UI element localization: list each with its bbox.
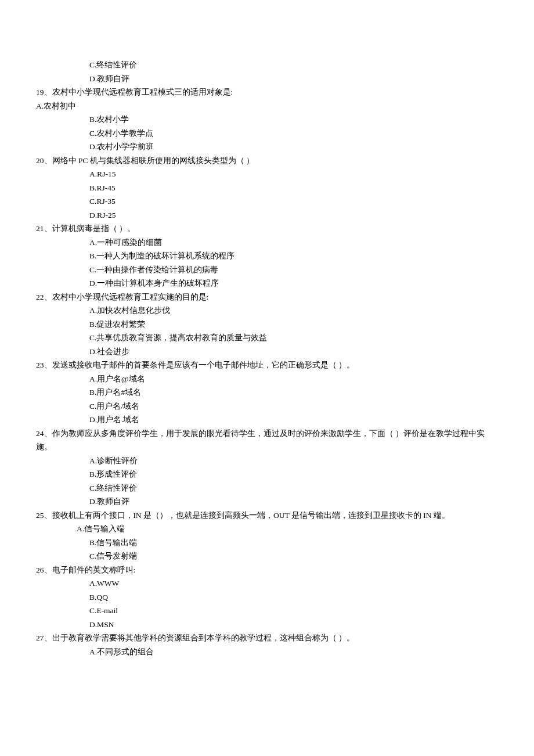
option-line: B.RJ-45 (36, 181, 498, 195)
question-line: 20、网络中 PC 机与集线器相联所使用的网线接头类型为（ ） (36, 154, 498, 168)
question-line: 19、农村中小学现代远程教育工程模式三的适用对象是: (36, 85, 498, 99)
question-line: 24、作为教师应从多角度评价学生，用于发展的眼光看待学生，通过及时的评价来激励学… (36, 427, 498, 454)
question-line: 22、农村中小学现代远程教育工程实施的目的是: (36, 290, 498, 304)
option-line: D.农村小学学前班 (36, 140, 498, 154)
document-body: C.终结性评价D.教师自评19、农村中小学现代远程教育工程模式三的适用对象是:A… (36, 58, 498, 658)
option-line: C.E-mail (36, 604, 498, 618)
option-line: A.加快农村信息化步伐 (36, 304, 498, 318)
option-line: B.用户名#域名 (36, 386, 498, 399)
option-line: D.教师自评 (36, 495, 498, 509)
option-line: B.QQ (36, 591, 498, 604)
question-line: A.农村初中 (36, 99, 498, 113)
option-line: A.信号输入端 (36, 522, 498, 536)
option-line: C.共享优质教育资源，提高农村教育的质量与效益 (36, 331, 498, 345)
option-line: A.用户名@域名 (36, 372, 498, 386)
option-line: B.促进农村繁荣 (36, 318, 498, 332)
option-line: C.农村小学教学点 (36, 127, 498, 141)
option-line: A.WWW (36, 577, 498, 591)
option-line: D.教师自评 (36, 72, 498, 86)
option-line: D.一种由计算机本身产生的破坏程序 (36, 276, 498, 290)
option-line: D.RJ-25 (36, 208, 498, 222)
option-line: C.用户名/域名 (36, 399, 498, 413)
option-line: D.MSN (36, 618, 498, 632)
question-line: 27、出于教育教学需要将其他学科的资源组合到本学科的教学过程，这种组合称为（ ）… (36, 631, 498, 645)
question-line: 25、接收机上有两个接口，IN 是（），也就是连接到高频头一端，OUT 是信号输… (36, 509, 498, 523)
option-line: A.不同形式的组合 (36, 645, 498, 659)
question-line: 26、电子邮件的英文称呼叫: (36, 563, 498, 577)
option-line: C.信号发射端 (36, 549, 498, 563)
option-line: C.终结性评价 (36, 481, 498, 495)
option-line: A.诊断性评价 (36, 454, 498, 468)
option-line: C.一种由操作者传染给计算机的病毒 (36, 263, 498, 277)
option-line: D.用户名.域名 (36, 413, 498, 427)
option-line: B.形成性评价 (36, 467, 498, 481)
option-line: B.农村小学 (36, 113, 498, 127)
option-line: A.RJ-15 (36, 167, 498, 181)
option-line: C.终结性评价 (36, 58, 498, 72)
question-line: 21、计算机病毒是指（ ）。 (36, 222, 498, 236)
option-line: A.一种可感染的细菌 (36, 236, 498, 250)
option-line: D.社会进步 (36, 345, 498, 359)
option-line: B.一种人为制造的破坏计算机系统的程序 (36, 249, 498, 263)
option-line: C.RJ-35 (36, 195, 498, 208)
question-line: 23、发送或接收电子邮件的首要条件是应该有一个电子邮件地址，它的正确形式是（ ）… (36, 358, 498, 372)
option-line: B.信号输出端 (36, 536, 498, 550)
